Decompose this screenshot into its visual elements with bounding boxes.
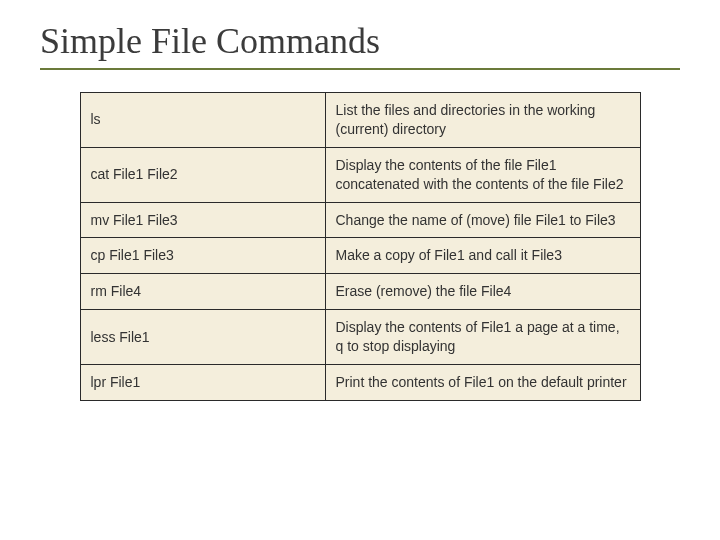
description-cell: Make a copy of File1 and call it File3: [325, 238, 640, 274]
command-cell: ls: [80, 93, 325, 148]
command-cell: lpr File1: [80, 365, 325, 401]
table-row: rm File4 Erase (remove) the file File4: [80, 274, 640, 310]
command-cell: rm File4: [80, 274, 325, 310]
table-row: ls List the files and directories in the…: [80, 93, 640, 148]
description-cell: Change the name of (move) file File1 to …: [325, 202, 640, 238]
table-row: cat File1 File2 Display the contents of …: [80, 147, 640, 202]
title-underline: [40, 68, 680, 70]
page-title: Simple File Commands: [40, 20, 680, 62]
command-cell: mv File1 File3: [80, 202, 325, 238]
description-cell: Display the contents of the file File1 c…: [325, 147, 640, 202]
description-cell: Erase (remove) the file File4: [325, 274, 640, 310]
command-cell: cat File1 File2: [80, 147, 325, 202]
command-cell: cp File1 File3: [80, 238, 325, 274]
table-row: mv File1 File3 Change the name of (move)…: [80, 202, 640, 238]
commands-table: ls List the files and directories in the…: [80, 92, 641, 401]
description-cell: Print the contents of File1 on the defau…: [325, 365, 640, 401]
table-row: less File1 Display the contents of File1…: [80, 310, 640, 365]
slide: Simple File Commands ls List the files a…: [0, 0, 720, 540]
description-cell: Display the contents of File1 a page at …: [325, 310, 640, 365]
table-row: lpr File1 Print the contents of File1 on…: [80, 365, 640, 401]
table-row: cp File1 File3 Make a copy of File1 and …: [80, 238, 640, 274]
description-cell: List the files and directories in the wo…: [325, 93, 640, 148]
command-cell: less File1: [80, 310, 325, 365]
